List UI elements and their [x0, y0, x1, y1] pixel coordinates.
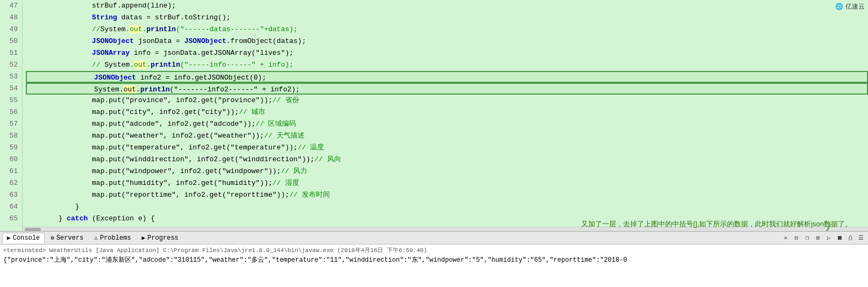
tab-label: Progress: [147, 234, 179, 242]
code-line: // System.out.println("-----info------" …: [25, 59, 868, 71]
code-line: map.put("reporttime", info2.get("reportt…: [25, 189, 868, 201]
code-line: JSONArray info = jsonData.getJSONArray("…: [25, 47, 868, 59]
line-number: 59: [4, 142, 18, 154]
panel-tab-problems[interactable]: ⚠Problems: [89, 233, 136, 243]
code-line: map.put("weather", info2.get("weather"))…: [25, 130, 868, 142]
tab-label: Servers: [57, 234, 83, 242]
top-right-logo: 🌐 亿速云: [832, 1, 868, 12]
arrow-annotation: 又加了一层，去掉了上图中的中括号[],如下所示的数据，此时我们就好解析json数…: [581, 219, 852, 229]
line-number: 52: [4, 59, 18, 71]
tab-icon: ⚙: [51, 234, 54, 241]
toolbar-button[interactable]: ⎙: [845, 233, 855, 243]
line-number: 50: [4, 35, 18, 47]
toolbar-button[interactable]: ✕: [781, 233, 791, 243]
scrollbar-thumb[interactable]: [25, 228, 41, 231]
tab-icon: ▶: [7, 234, 11, 241]
panel-tab-console[interactable]: ▶Console: [2, 233, 45, 243]
line-number: 57: [4, 118, 18, 130]
tab-label: Problems: [100, 234, 131, 242]
toolbar-button[interactable]: ▷: [824, 233, 834, 243]
line-number: 48: [4, 12, 18, 24]
console-output: {"province":"上海","city":"浦东新区","adcode":…: [3, 255, 865, 265]
toolbar-button[interactable]: ☰: [856, 233, 866, 243]
line-number: 64: [4, 201, 18, 213]
line-number: 60: [4, 154, 18, 166]
code-line: //System.out.println("------datas-------…: [25, 24, 868, 35]
line-number: 55: [4, 95, 18, 106]
code-line: map.put("windpower", info2.get("windpowe…: [25, 166, 868, 177]
line-number: 63: [4, 189, 18, 201]
line-number: 49: [4, 24, 18, 35]
line-number: 61: [4, 166, 18, 177]
line-numbers: 47484950515253545556575859606162636465: [0, 0, 23, 231]
line-number: 58: [4, 130, 18, 142]
bottom-panel: ▶Console⚙Servers⚠Problems▶Progress✕⊟❐⊞▷⏹…: [0, 231, 868, 287]
tab-icon: ⚠: [94, 234, 98, 241]
console-content: <terminated> WeatherUtils [Java Applicat…: [0, 245, 868, 287]
tab-icon: ▶: [142, 234, 145, 241]
line-number: 47: [4, 0, 18, 12]
code-line: }: [25, 201, 868, 213]
toolbar-button[interactable]: ⊞: [813, 233, 823, 243]
code-line: map.put("winddirection", info2.get("wind…: [25, 154, 868, 166]
code-line: JSONObject info2 = info.getJSONObject(0)…: [26, 71, 868, 83]
code-line: map.put("city", info2.get("city"));// 城市: [25, 106, 868, 118]
code-line: strBuf.append(line);: [25, 0, 868, 12]
panel-toolbar: ✕⊟❐⊞▷⏹⎙☰: [781, 233, 866, 243]
toolbar-button[interactable]: ⊟: [792, 233, 801, 243]
toolbar-button[interactable]: ⏹: [835, 233, 844, 243]
code-line: map.put("temperature", info2.get("temper…: [25, 142, 868, 154]
line-number: 65: [4, 213, 18, 225]
code-area: strBuf.append(line); String datas = strB…: [23, 0, 868, 231]
code-line: map.put("province", info2.get("province"…: [25, 95, 868, 106]
line-number: 56: [4, 106, 18, 118]
line-number: 62: [4, 177, 18, 189]
line-number: 51: [4, 47, 18, 59]
tab-label: Console: [13, 234, 40, 242]
logo-icon: 🌐: [835, 3, 843, 11]
panel-tab-progress[interactable]: ▶Progress: [137, 233, 183, 243]
code-line: JSONObject jsonData = JSONObject.fromObj…: [25, 35, 868, 47]
line-number: 54: [4, 83, 18, 95]
code-line: String datas = strBuf.toString();: [25, 12, 868, 24]
logo-text: 亿速云: [845, 2, 865, 11]
panel-tabs: ▶Console⚙Servers⚠Problems▶Progress✕⊟❐⊞▷⏹…: [0, 232, 868, 245]
panel-tab-servers[interactable]: ⚙Servers: [46, 233, 88, 243]
line-number: 53: [4, 71, 18, 83]
toolbar-button[interactable]: ❐: [802, 233, 812, 243]
console-header: <terminated> WeatherUtils [Java Applicat…: [3, 246, 865, 255]
code-line: map.put("adcode", info2.get("adcode"));/…: [25, 118, 868, 130]
code-line: map.put("humidity", info2.get("humidity"…: [25, 177, 868, 189]
code-line: System.out.println("-------info2------" …: [26, 83, 868, 95]
editor-area: 47484950515253545556575859606162636465 s…: [0, 0, 868, 231]
